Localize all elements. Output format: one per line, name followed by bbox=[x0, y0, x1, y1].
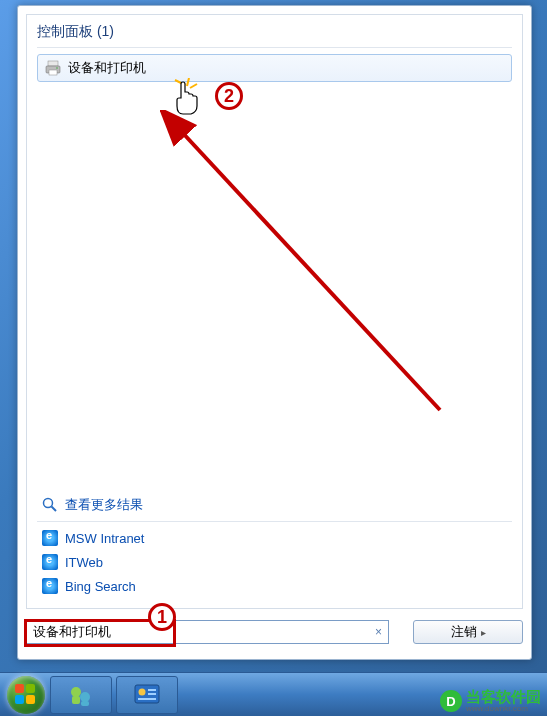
control-panel-icon bbox=[134, 684, 160, 706]
svg-rect-22 bbox=[148, 693, 156, 695]
printer-icon bbox=[44, 59, 62, 77]
svg-point-4 bbox=[44, 499, 53, 508]
svg-point-16 bbox=[80, 692, 90, 702]
result-devices-and-printers[interactable]: 设备和打印机 bbox=[37, 54, 512, 82]
link-itweb[interactable]: ITWeb bbox=[37, 550, 512, 574]
taskbar-item-messenger[interactable] bbox=[50, 676, 112, 714]
search-input[interactable] bbox=[33, 625, 366, 640]
annotation-marker-1: 1 bbox=[148, 603, 176, 631]
messenger-icon bbox=[67, 683, 95, 707]
search-results-area: 控制面板 (1) 设备和打印机 查看更多结果 bbox=[26, 14, 523, 609]
watermark: D 当客软件园 www.downkr.com bbox=[440, 689, 541, 713]
watermark-name: 当客软件园 bbox=[466, 689, 541, 704]
divider bbox=[37, 47, 512, 48]
svg-rect-0 bbox=[48, 61, 58, 66]
link-label: Bing Search bbox=[65, 579, 136, 594]
clear-search-icon[interactable]: × bbox=[375, 625, 382, 639]
svg-rect-14 bbox=[26, 695, 35, 704]
section-header-control-panel: 控制面板 (1) bbox=[27, 15, 522, 45]
svg-rect-21 bbox=[148, 689, 156, 691]
annotation-marker-2: 2 bbox=[215, 82, 243, 110]
ie-icon bbox=[41, 529, 59, 547]
taskbar-item-control-panel[interactable] bbox=[116, 676, 178, 714]
svg-line-5 bbox=[52, 507, 57, 512]
start-menu-search-panel: 控制面板 (1) 设备和打印机 查看更多结果 bbox=[17, 5, 532, 660]
search-input-wrap[interactable]: × bbox=[26, 620, 389, 644]
bottom-links: 查看更多结果 MSW Intranet ITWeb Bing Search bbox=[37, 493, 512, 598]
svg-rect-11 bbox=[15, 684, 24, 693]
svg-rect-2 bbox=[49, 70, 57, 75]
ie-icon bbox=[41, 553, 59, 571]
logout-button[interactable]: 注销 bbox=[413, 620, 523, 644]
svg-point-15 bbox=[71, 687, 81, 697]
link-label: MSW Intranet bbox=[65, 531, 144, 546]
ie-icon bbox=[41, 577, 59, 595]
result-label: 设备和打印机 bbox=[68, 59, 146, 77]
start-button[interactable] bbox=[4, 673, 48, 717]
svg-rect-17 bbox=[72, 696, 80, 704]
svg-rect-18 bbox=[81, 701, 89, 706]
svg-point-3 bbox=[56, 67, 58, 69]
watermark-logo-icon: D bbox=[440, 690, 462, 712]
svg-point-20 bbox=[139, 688, 146, 695]
svg-rect-12 bbox=[26, 684, 35, 693]
magnifier-icon bbox=[41, 496, 59, 514]
link-see-more-results[interactable]: 查看更多结果 bbox=[37, 493, 512, 517]
watermark-url: www.downkr.com bbox=[466, 704, 541, 713]
search-row: × 注销 bbox=[26, 617, 523, 647]
logout-label: 注销 bbox=[451, 623, 477, 641]
link-label: ITWeb bbox=[65, 555, 103, 570]
link-label: 查看更多结果 bbox=[65, 496, 143, 514]
windows-orb-icon bbox=[7, 676, 45, 714]
link-msw-intranet[interactable]: MSW Intranet bbox=[37, 526, 512, 550]
link-bing-search[interactable]: Bing Search bbox=[37, 574, 512, 598]
divider bbox=[37, 521, 512, 522]
svg-rect-13 bbox=[15, 695, 24, 704]
svg-rect-23 bbox=[138, 698, 156, 700]
